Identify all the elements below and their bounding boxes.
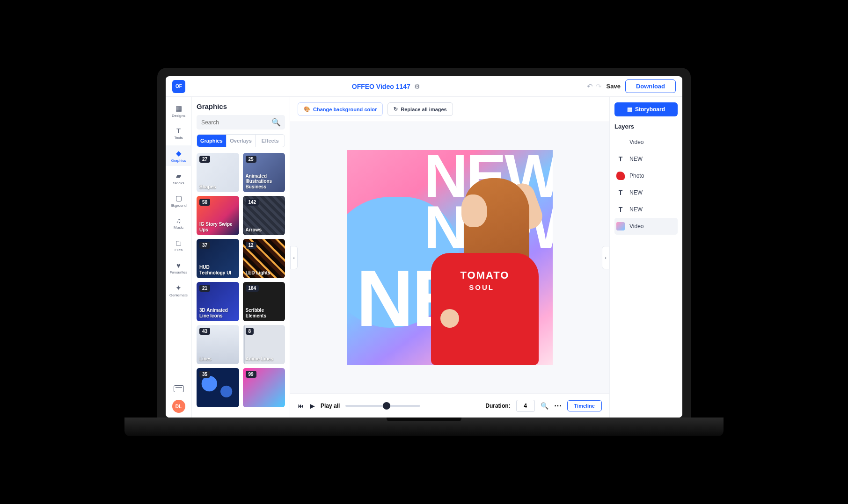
top-bar: OF OFFEO Video 1147 ⚙ ↶ ↷ Save Download	[166, 76, 682, 97]
favourites-icon: ♥	[176, 261, 181, 269]
rail-texts[interactable]: TTexts	[166, 123, 192, 144]
card-label: Arrows	[246, 227, 283, 233]
files-icon: 🗀	[175, 239, 182, 247]
app-logo[interactable]: OF	[172, 80, 185, 93]
card-count: 43	[199, 328, 210, 335]
card-count: 12	[246, 242, 256, 249]
graphics-card[interactable]: 184Scribble Elements	[243, 282, 285, 321]
scrubber[interactable]	[345, 405, 420, 407]
canvas[interactable]: NEW NEW NEW SOUL	[347, 150, 553, 365]
graphics-icon: ◆	[176, 149, 182, 158]
keyboard-icon[interactable]	[174, 385, 184, 392]
text-icon: T	[616, 155, 625, 163]
graphics-card[interactable]: 25Animated Illustrations Business	[243, 153, 285, 192]
search-field[interactable]	[201, 119, 271, 126]
tab-graphics[interactable]: Graphics	[197, 135, 227, 147]
graphics-card[interactable]: 12LED Lights	[243, 239, 285, 278]
right-panel: ▦Storyboard Layers VideoTNEWPhotoTNEWTNE…	[609, 97, 682, 418]
layer-item[interactable]: Video	[614, 218, 678, 235]
layer-thumb	[616, 138, 625, 146]
graphics-card[interactable]: 27Shapes	[197, 153, 239, 192]
card-label: Animated Illustrations Business	[246, 173, 283, 190]
card-count: 50	[199, 199, 210, 206]
card-count: 184	[246, 285, 259, 292]
card-count: 25	[246, 156, 256, 163]
layer-item[interactable]: Photo	[614, 167, 678, 184]
timeline-button[interactable]: Timeline	[567, 400, 602, 411]
card-label: LED Lights	[246, 270, 283, 276]
graphics-card[interactable]: 37HUD Technology UI	[197, 239, 239, 278]
rail-bkground[interactable]: ▢Bkground	[166, 190, 192, 211]
play-icon[interactable]: ▶	[310, 402, 315, 410]
user-avatar[interactable]: DL	[172, 400, 185, 413]
layers-title: Layers	[614, 123, 678, 130]
storyboard-button[interactable]: ▦Storyboard	[614, 102, 678, 116]
card-label: Scribble Elements	[246, 308, 283, 318]
layer-name: NEW	[629, 206, 643, 213]
layer-name: Video	[629, 223, 643, 230]
replace-images-button[interactable]: ↻Replace all images	[387, 102, 453, 116]
layer-item[interactable]: TNEW	[614, 151, 678, 167]
video-thumb	[616, 222, 625, 230]
zoom-icon[interactable]: 🔍	[541, 402, 548, 410]
more-icon[interactable]: ⋯	[554, 401, 562, 410]
gear-icon[interactable]: ⚙	[414, 83, 420, 90]
rail-graphics[interactable]: ◆Graphics	[166, 145, 192, 166]
graphics-card[interactable]: 35	[197, 368, 239, 407]
layer-name: Video	[629, 139, 643, 145]
layer-item[interactable]: TNEW	[614, 184, 678, 201]
graphics-card[interactable]: 50IG Story Swipe Ups	[197, 196, 239, 235]
redo-icon[interactable]: ↷	[596, 82, 602, 91]
storyboard-icon: ▦	[627, 106, 632, 113]
rail-music[interactable]: ♫Music	[166, 213, 192, 233]
download-button[interactable]: Download	[625, 79, 676, 93]
project-title[interactable]: OFFEO Video 1147	[352, 83, 410, 90]
layer-name: Photo	[629, 173, 644, 179]
card-label: HUD Technology UI	[199, 265, 236, 275]
card-count: 21	[199, 285, 210, 292]
canvas-area: 🎨Change background color ↻Replace all im…	[290, 97, 609, 418]
save-button[interactable]: Save	[607, 83, 621, 90]
rail-favourites[interactable]: ♥Favourites	[166, 258, 192, 278]
skip-back-icon[interactable]: ⏮	[298, 402, 304, 410]
rail-stocks[interactable]: ▰Stocks	[166, 168, 192, 188]
layer-item[interactable]: TNEW	[614, 201, 678, 218]
layer-name: NEW	[629, 156, 643, 162]
card-label: Shapes	[199, 184, 236, 190]
change-bg-button[interactable]: 🎨Change background color	[298, 102, 383, 116]
card-label: Anime Lines	[246, 356, 283, 362]
play-all-label: Play all	[321, 403, 340, 409]
search-input[interactable]: 🔍	[197, 115, 285, 130]
duration-label: Duration:	[485, 403, 510, 409]
graphics-card[interactable]: 142Arrows	[243, 196, 285, 235]
rail-files[interactable]: 🗀Files	[166, 235, 192, 256]
card-count: 35	[199, 371, 210, 378]
prev-scene-button[interactable]: ‹	[290, 246, 298, 269]
search-icon[interactable]: 🔍	[271, 118, 281, 127]
text-icon: T	[616, 205, 625, 214]
texts-icon: T	[176, 127, 181, 135]
graphics-card[interactable]: 213D Animated Line Icons	[197, 282, 239, 321]
graphics-card[interactable]: 8Anime Lines	[243, 325, 285, 364]
layer-name: NEW	[629, 189, 643, 196]
graphics-panel: Graphics 🔍 Graphics Overlays Effects 27S…	[192, 97, 290, 418]
layer-item[interactable]: Video	[614, 134, 678, 151]
card-label: Lines	[199, 356, 236, 362]
tab-effects[interactable]: Effects	[256, 135, 285, 147]
card-label: 3D Animated Line Icons	[199, 308, 236, 318]
tab-overlays[interactable]: Overlays	[227, 135, 256, 147]
card-count: 8	[246, 328, 254, 335]
duration-input[interactable]	[516, 400, 535, 412]
undo-icon[interactable]: ↶	[587, 82, 593, 91]
panel-tabs: Graphics Overlays Effects	[197, 134, 285, 147]
graphics-card[interactable]: 43Lines	[197, 325, 239, 364]
rail-designs[interactable]: ▦Designs	[166, 101, 192, 121]
refresh-icon: ↻	[394, 106, 398, 112]
next-scene-button[interactable]: ›	[602, 246, 609, 269]
canvas-photo[interactable]: SOUL	[417, 178, 539, 365]
card-count: 27	[199, 156, 210, 163]
graphics-card[interactable]: 99	[243, 368, 285, 407]
card-count: 99	[246, 371, 256, 378]
rail-geniemate[interactable]: ✦Geniemate	[166, 280, 192, 301]
playback-bar: ⏮ ▶ Play all Duration: 🔍 ⋯ Timeline	[290, 393, 609, 418]
